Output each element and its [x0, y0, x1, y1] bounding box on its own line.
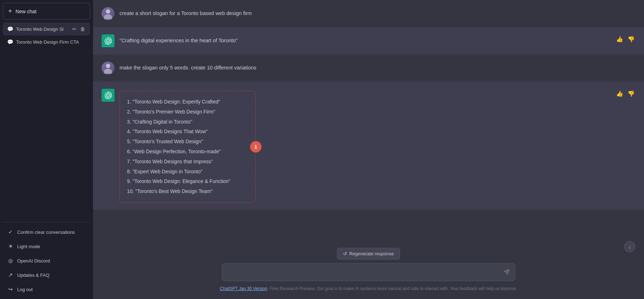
- regenerate-button[interactable]: ↺ Regenerate response: [337, 248, 400, 260]
- confirm-clear-label: Confirm clear conversations: [17, 230, 75, 235]
- chat-item-1-actions: ✏ 🗑: [72, 26, 86, 32]
- chat-label-2: Toronto Web Design Firm CTA: [16, 39, 86, 45]
- avatar-user-1: [102, 7, 114, 20]
- message-content-4: 1. "Toronto Web Design: Expertly Crafted…: [119, 89, 635, 203]
- chat-label-1: Toronto Web Design Sl: [16, 26, 69, 32]
- thumbs-down-button-1[interactable]: 👎: [627, 35, 635, 43]
- slogan-item-7: 7. "Toronto Web Designs that Impress": [127, 157, 248, 167]
- regenerate-label: Regenerate response: [349, 251, 394, 256]
- slogan-item-4: 4. "Toronto Web Designs That Wow": [127, 127, 248, 137]
- discord-label: OpenAI Discord: [17, 258, 50, 264]
- sidebar-item-discord[interactable]: ◎ OpenAI Discord: [3, 254, 90, 267]
- message-text-3: make the slogan only 5 words. create 10 …: [119, 62, 635, 72]
- delete-chat-1-button[interactable]: 🗑: [79, 26, 86, 32]
- sidebar-item-confirm-clear[interactable]: ✓ Confirm clear conversations: [3, 225, 90, 239]
- badge-1: 1: [250, 141, 262, 153]
- plus-icon: +: [8, 8, 12, 15]
- avatar-user-2: [102, 62, 114, 74]
- sidebar-item-updates[interactable]: ↗ Updates & FAQ: [3, 268, 90, 282]
- chat-list: 💬 Toronto Web Design Sl ✏ 🗑 💬 Toronto We…: [3, 23, 90, 219]
- discord-icon: ◎: [7, 257, 14, 264]
- slogan-item-6: 6. "Web Design Perfection, Toronto-made": [127, 147, 248, 157]
- sun-icon: ☀: [7, 243, 14, 250]
- slogan-item-1: 1. "Toronto Web Design: Expertly Crafted…: [127, 97, 248, 107]
- message-2-actions: 👍 👎: [615, 35, 635, 43]
- avatar-ai-2: [102, 89, 114, 102]
- message-4-actions: 👍 👎: [615, 90, 635, 98]
- sidebar-item-logout[interactable]: ↪ Log out: [3, 283, 90, 296]
- slogan-item-5: 5. "Toronto's Trusted Web Design": [127, 137, 248, 147]
- slogan-list: 1. "Toronto Web Design: Expertly Crafted…: [127, 97, 248, 197]
- external-link-icon: ↗: [7, 272, 14, 278]
- avatar-ai-1: [102, 34, 114, 47]
- message-row-4: 1. "Toronto Web Design: Expertly Crafted…: [93, 82, 644, 210]
- message-row-2: "Crafting digital experiences in the hea…: [93, 27, 644, 54]
- light-mode-label: Light mode: [17, 244, 40, 249]
- new-chat-button[interactable]: + New chat: [3, 3, 90, 20]
- updates-label: Updates & FAQ: [17, 273, 49, 278]
- footer-note: ChatGPT Jan 30 Version. Free Research Pr…: [220, 286, 517, 293]
- slogan-item-10: 10. "Toronto's Best Web Design Team": [127, 187, 248, 197]
- chat-input[interactable]: [222, 263, 515, 281]
- slogan-item-8: 8. "Expert Web Design in Toronto": [127, 167, 248, 177]
- chat-footer: ↺ Regenerate response ChatGPT Jan 30 Ver…: [93, 244, 644, 299]
- send-button[interactable]: [502, 268, 511, 278]
- scroll-down-button[interactable]: ↓: [624, 241, 635, 252]
- chat-icon-1: 💬: [7, 26, 13, 32]
- footer-note-text: . Free Research Preview. Our goal is to …: [267, 286, 517, 291]
- input-area: [222, 263, 515, 283]
- chat-item-1[interactable]: 💬 Toronto Web Design Sl ✏ 🗑: [3, 23, 90, 35]
- sidebar: + New chat 💬 Toronto Web Design Sl ✏ 🗑 💬…: [0, 0, 93, 299]
- regenerate-icon: ↺: [343, 251, 347, 256]
- sidebar-divider: [3, 222, 90, 222]
- message-row-3: make the slogan only 5 words. create 10 …: [93, 54, 644, 82]
- thumbs-up-button-1[interactable]: 👍: [615, 35, 624, 43]
- logout-icon: ↪: [7, 286, 14, 293]
- message-text-2: "Crafting digital experiences in the hea…: [119, 34, 635, 45]
- response-list: 1. "Toronto Web Design: Expertly Crafted…: [119, 91, 255, 203]
- message-row-1: create a short slogan for a Toronto base…: [93, 0, 644, 27]
- openai-logo-2: [104, 91, 112, 99]
- chat-messages: create a short slogan for a Toronto base…: [93, 0, 644, 244]
- sidebar-bottom: ✓ Confirm clear conversations ☀ Light mo…: [3, 225, 90, 296]
- logout-label: Log out: [17, 287, 33, 292]
- thumbs-up-button-2[interactable]: 👍: [615, 90, 624, 98]
- main-content: create a short slogan for a Toronto base…: [93, 0, 644, 299]
- openai-logo: [104, 37, 112, 45]
- thumbs-down-button-2[interactable]: 👎: [627, 90, 635, 98]
- sidebar-item-light-mode[interactable]: ☀ Light mode: [3, 240, 90, 253]
- slogan-item-2: 2. "Toronto's Premier Web Design Firm": [127, 107, 248, 117]
- checkmark-icon: ✓: [7, 229, 14, 235]
- chat-item-2[interactable]: 💬 Toronto Web Design Firm CTA: [3, 35, 90, 48]
- slogan-item-3: 3. "Crafting Digital in Toronto": [127, 117, 248, 127]
- send-icon: [504, 269, 509, 275]
- slogan-item-9: 9. "Toronto Web Design: Elegance & Funct…: [127, 177, 248, 187]
- chat-icon-2: 💬: [7, 39, 13, 45]
- chatgpt-version-link[interactable]: ChatGPT Jan 30 Version: [220, 286, 268, 291]
- edit-chat-1-button[interactable]: ✏: [72, 26, 77, 32]
- message-text-1: create a short slogan for a Toronto base…: [119, 7, 635, 18]
- new-chat-label: New chat: [16, 9, 36, 14]
